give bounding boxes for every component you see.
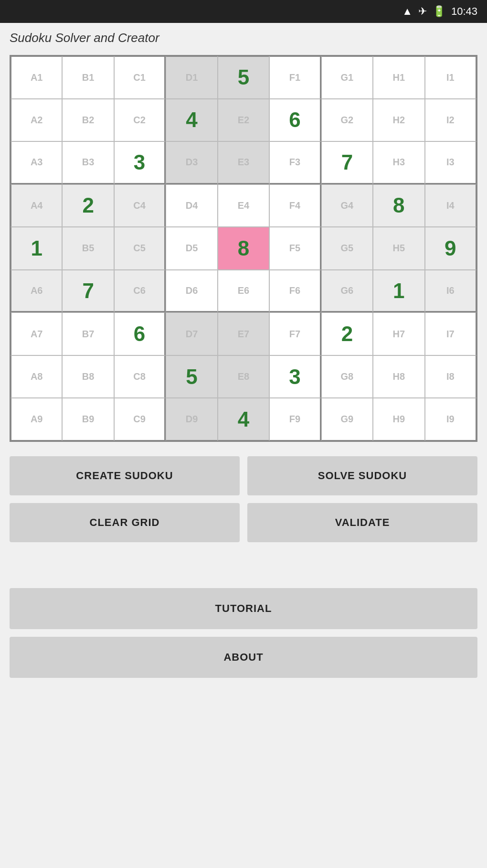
cell-g2[interactable]: G2 xyxy=(321,99,373,142)
button-row-1: CREATE SUDOKU SOLVE SUDOKU xyxy=(10,456,477,495)
cell-h7[interactable]: H7 xyxy=(373,312,424,355)
cell-g1[interactable]: G1 xyxy=(321,56,373,99)
airplane-icon: ✈ xyxy=(418,5,427,18)
cell-d1[interactable]: D1 xyxy=(166,56,217,99)
cell-b7[interactable]: B7 xyxy=(62,312,114,355)
cell-f9[interactable]: F9 xyxy=(269,398,321,441)
cell-f8[interactable]: 3 xyxy=(269,355,321,398)
cell-c7[interactable]: 6 xyxy=(114,312,166,355)
spacer xyxy=(10,550,477,588)
cell-h6[interactable]: 1 xyxy=(373,270,424,313)
cell-a9[interactable]: A9 xyxy=(11,398,62,441)
status-bar: ▲ ✈ 🔋 10:43 xyxy=(0,0,487,23)
cell-c1[interactable]: C1 xyxy=(114,56,166,99)
cell-a1[interactable]: A1 xyxy=(11,56,62,99)
cell-i8[interactable]: I8 xyxy=(425,355,476,398)
cell-a8[interactable]: A8 xyxy=(11,355,62,398)
cell-g7[interactable]: 2 xyxy=(321,312,373,355)
cell-g9[interactable]: G9 xyxy=(321,398,373,441)
create-sudoku-button[interactable]: CREATE SUDOKU xyxy=(10,456,240,495)
cell-h1[interactable]: H1 xyxy=(373,56,424,99)
cell-c8[interactable]: C8 xyxy=(114,355,166,398)
cell-a7[interactable]: A7 xyxy=(11,312,62,355)
cell-b9[interactable]: B9 xyxy=(62,398,114,441)
cell-d4[interactable]: D4 xyxy=(166,184,217,227)
cell-f4[interactable]: F4 xyxy=(269,184,321,227)
cell-e2[interactable]: E2 xyxy=(218,99,269,142)
cell-a3[interactable]: A3 xyxy=(11,141,62,184)
cell-b5[interactable]: B5 xyxy=(62,227,114,270)
cell-f7[interactable]: F7 xyxy=(269,312,321,355)
cell-i5[interactable]: 9 xyxy=(425,227,476,270)
cell-g5[interactable]: G5 xyxy=(321,227,373,270)
cell-i9[interactable]: I9 xyxy=(425,398,476,441)
cell-h5[interactable]: H5 xyxy=(373,227,424,270)
cell-i4[interactable]: I4 xyxy=(425,184,476,227)
cell-c3[interactable]: 3 xyxy=(114,141,166,184)
cell-e5[interactable]: 8 xyxy=(218,227,269,270)
cell-e3[interactable]: E3 xyxy=(218,141,269,184)
buttons-area: CREATE SUDOKU SOLVE SUDOKU CLEAR GRID VA… xyxy=(0,447,487,678)
cell-a5[interactable]: 1 xyxy=(11,227,62,270)
cell-a2[interactable]: A2 xyxy=(11,99,62,142)
cell-d5[interactable]: D5 xyxy=(166,227,217,270)
cell-h9[interactable]: H9 xyxy=(373,398,424,441)
validate-button[interactable]: VALIDATE xyxy=(247,503,477,542)
cell-b6[interactable]: 7 xyxy=(62,270,114,313)
cell-g8[interactable]: G8 xyxy=(321,355,373,398)
cell-i6[interactable]: I6 xyxy=(425,270,476,313)
cell-f6[interactable]: F6 xyxy=(269,270,321,313)
status-time: 10:43 xyxy=(451,5,477,18)
cell-b3[interactable]: B3 xyxy=(62,141,114,184)
cell-c6[interactable]: C6 xyxy=(114,270,166,313)
cell-e4[interactable]: E4 xyxy=(218,184,269,227)
cell-h8[interactable]: H8 xyxy=(373,355,424,398)
cell-f2[interactable]: 6 xyxy=(269,99,321,142)
cell-b2[interactable]: B2 xyxy=(62,99,114,142)
cell-i7[interactable]: I7 xyxy=(425,312,476,355)
cell-d2[interactable]: 4 xyxy=(166,99,217,142)
cell-d6[interactable]: D6 xyxy=(166,270,217,313)
cell-i3[interactable]: I3 xyxy=(425,141,476,184)
tutorial-button[interactable]: TUTORIAL xyxy=(10,588,477,629)
app-title: Sudoku Solver and Creator xyxy=(0,23,487,50)
cell-a4[interactable]: A4 xyxy=(11,184,62,227)
cell-c4[interactable]: C4 xyxy=(114,184,166,227)
cell-g3[interactable]: 7 xyxy=(321,141,373,184)
cell-f3[interactable]: F3 xyxy=(269,141,321,184)
cell-g4[interactable]: G4 xyxy=(321,184,373,227)
cell-h4[interactable]: 8 xyxy=(373,184,424,227)
cell-d9[interactable]: D9 xyxy=(166,398,217,441)
cell-d8[interactable]: 5 xyxy=(166,355,217,398)
cell-a6[interactable]: A6 xyxy=(11,270,62,313)
wifi-icon: ▲ xyxy=(402,5,413,18)
about-button[interactable]: ABOUT xyxy=(10,637,477,678)
cell-f1[interactable]: F1 xyxy=(269,56,321,99)
cell-d7[interactable]: D7 xyxy=(166,312,217,355)
cell-f5[interactable]: F5 xyxy=(269,227,321,270)
cell-c9[interactable]: C9 xyxy=(114,398,166,441)
cell-e9[interactable]: 4 xyxy=(218,398,269,441)
cell-h2[interactable]: H2 xyxy=(373,99,424,142)
sudoku-grid: A1B1C1D15F1G1H1I1A2B2C24E26G2H2I2A3B33D3… xyxy=(10,55,477,442)
solve-sudoku-button[interactable]: SOLVE SUDOKU xyxy=(247,456,477,495)
cell-e8[interactable]: E8 xyxy=(218,355,269,398)
cell-e1[interactable]: 5 xyxy=(218,56,269,99)
battery-icon: 🔋 xyxy=(433,5,445,18)
cell-g6[interactable]: G6 xyxy=(321,270,373,313)
cell-b1[interactable]: B1 xyxy=(62,56,114,99)
cell-c2[interactable]: C2 xyxy=(114,99,166,142)
cell-e7[interactable]: E7 xyxy=(218,312,269,355)
cell-i1[interactable]: I1 xyxy=(425,56,476,99)
cell-b4[interactable]: 2 xyxy=(62,184,114,227)
clear-grid-button[interactable]: CLEAR GRID xyxy=(10,503,240,542)
cell-c5[interactable]: C5 xyxy=(114,227,166,270)
cell-h3[interactable]: H3 xyxy=(373,141,424,184)
cell-e6[interactable]: E6 xyxy=(218,270,269,313)
cell-i2[interactable]: I2 xyxy=(425,99,476,142)
cell-d3[interactable]: D3 xyxy=(166,141,217,184)
cell-b8[interactable]: B8 xyxy=(62,355,114,398)
button-row-2: CLEAR GRID VALIDATE xyxy=(10,503,477,542)
